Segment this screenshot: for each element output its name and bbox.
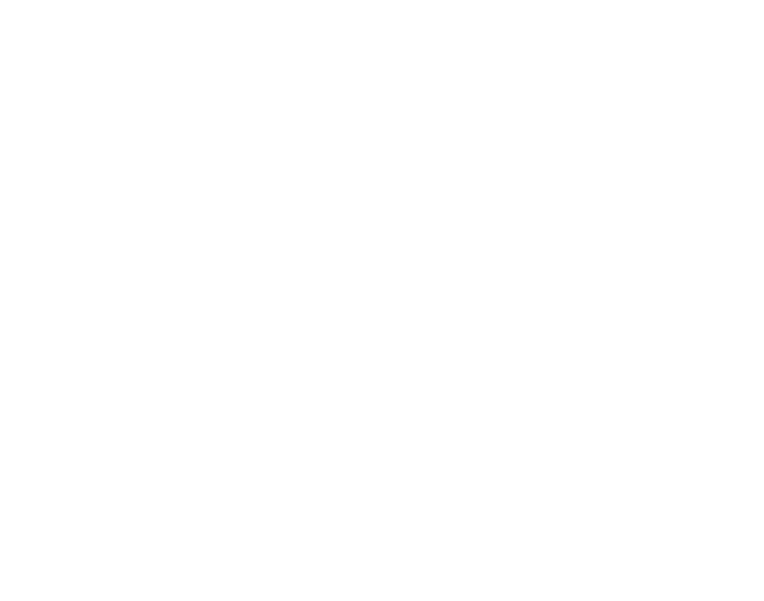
connector-lines [0,0,764,601]
wbs-diagram [0,0,764,601]
